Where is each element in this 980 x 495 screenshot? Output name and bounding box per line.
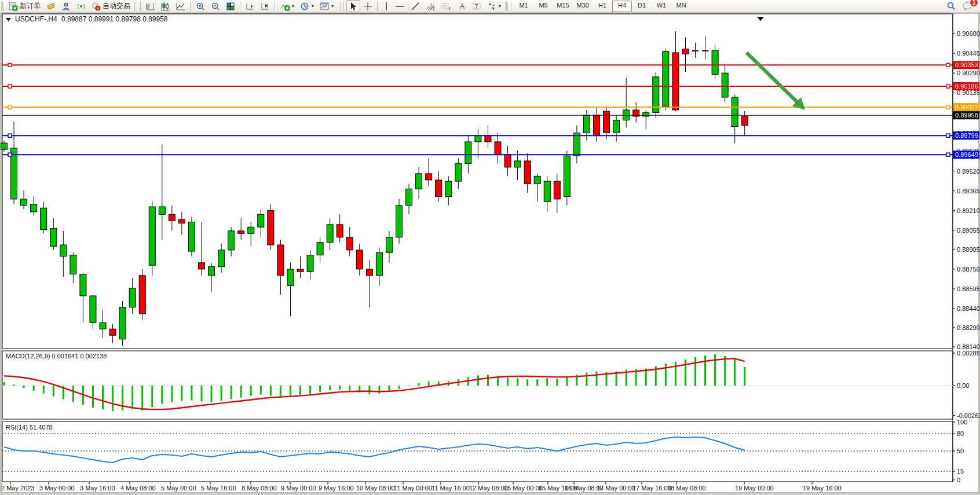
fibonacci-button[interactable]: F	[439, 0, 455, 12]
search-button[interactable]	[944, 0, 959, 12]
cursor-button[interactable]	[346, 0, 360, 12]
timeframe-mn[interactable]: MN	[671, 1, 691, 12]
time-tick-label: 19 May 00:00	[735, 485, 774, 492]
templates-caret-icon: ▾	[331, 3, 334, 9]
label-icon: T	[472, 2, 481, 11]
candle-body	[406, 189, 412, 206]
time-tick-label: 17 May 16:00	[632, 485, 671, 492]
deposit-button[interactable]	[43, 0, 58, 12]
line-anchor-handle	[8, 105, 12, 109]
candle-body	[594, 115, 600, 135]
candle-body	[554, 181, 560, 199]
svg-text:0.89799: 0.89799	[955, 132, 978, 139]
channel-button[interactable]: E	[423, 0, 439, 12]
candle-body	[583, 115, 590, 133]
candle-body	[534, 176, 540, 184]
auto-scroll-button[interactable]	[243, 0, 258, 12]
chart-window[interactable]: USDCHF-,H40.89887 0.89991 0.89798 0.8995…	[0, 12, 980, 495]
zoom-in-button[interactable]	[193, 0, 208, 12]
zoom-out-button[interactable]	[208, 0, 223, 12]
candle-body	[643, 112, 649, 116]
signals-button[interactable]	[74, 0, 89, 12]
autotrade-icon	[92, 2, 101, 11]
text-button[interactable]: A	[455, 0, 469, 12]
macd-tick-label: 0.00	[957, 382, 969, 389]
time-tick-label: 17 May 00:00	[597, 485, 635, 492]
line-chart-button[interactable]	[173, 0, 188, 12]
svg-text:T: T	[475, 3, 478, 10]
timeframe-m30[interactable]: M30	[573, 1, 593, 12]
candlestick-button[interactable]	[158, 0, 173, 12]
line-anchor-handle	[8, 63, 12, 67]
candle-body	[672, 53, 679, 110]
price-tick-label: 0.90600	[957, 30, 980, 37]
candle-body	[307, 255, 313, 272]
line-anchor-handle	[946, 85, 950, 88]
svg-text:A: A	[460, 2, 465, 10]
candle-body	[109, 329, 116, 335]
rsi-pane[interactable]	[2, 421, 953, 482]
timeframe-m1[interactable]: M1	[514, 1, 533, 12]
candle-body	[376, 252, 382, 276]
tile-windows-button[interactable]	[223, 0, 238, 12]
price-tick-label: 0.88290	[957, 324, 980, 331]
price-tick-label: 0.89520	[957, 168, 980, 175]
chart-shift-button[interactable]	[258, 0, 273, 12]
arrows-button[interactable]: ▾	[484, 0, 504, 12]
svg-text:0.90353: 0.90353	[955, 61, 978, 68]
periods-icon	[300, 2, 309, 11]
hline-button[interactable]	[393, 0, 408, 12]
price-tick-label: 0.89055	[957, 227, 980, 234]
candle-body	[1, 143, 8, 149]
timeframe-d1[interactable]: D1	[632, 1, 652, 12]
candle-body	[682, 49, 689, 54]
label-button[interactable]: T	[469, 0, 484, 12]
indicators-button[interactable]: ▾	[277, 0, 297, 12]
timeframe-m15[interactable]: M15	[553, 1, 573, 12]
level-price-tag: 0.90022	[953, 103, 979, 111]
vline-button[interactable]	[380, 0, 393, 12]
candle-body	[663, 52, 669, 107]
candle-body	[41, 208, 47, 229]
candle-body	[169, 214, 175, 221]
toolbar-separator	[140, 2, 141, 11]
candle-body	[346, 237, 353, 250]
crosshair-button[interactable]	[360, 0, 375, 12]
candle-body	[722, 73, 728, 97]
bar-chart-button[interactable]	[143, 0, 158, 12]
periods-button[interactable]: ▾	[297, 0, 317, 12]
new-order-button[interactable]: 新订单	[5, 0, 43, 12]
community-button[interactable]	[58, 0, 74, 12]
toolbar-grip[interactable]	[1, 2, 4, 11]
timeframe-m5[interactable]: M5	[533, 1, 553, 12]
price-tick-label: 0.88750	[957, 266, 980, 273]
candle-body	[199, 263, 205, 269]
candle-body	[80, 274, 86, 296]
timeframe-w1[interactable]: W1	[652, 1, 671, 12]
level-price-tag: 0.89649	[953, 151, 979, 159]
candle-body	[21, 199, 27, 206]
arrows-icon	[487, 2, 496, 11]
fibonacci-icon: F	[442, 2, 452, 11]
candle-body	[426, 174, 432, 180]
trendline-button[interactable]	[408, 0, 423, 12]
candle-body	[218, 250, 225, 267]
candle-body	[573, 133, 580, 156]
templates-button[interactable]: ▾	[317, 0, 337, 12]
level-price-tag: 0.90353	[953, 61, 979, 69]
timeframe-h4[interactable]: H4	[612, 1, 632, 12]
timeframe-h1[interactable]: H1	[593, 1, 612, 12]
candle-body	[465, 142, 471, 163]
candle-body	[366, 269, 372, 276]
price-tick-label: 0.90290	[957, 69, 980, 76]
indicators-caret-icon: ▾	[292, 3, 294, 9]
time-tick-label: 3 May 00:00	[39, 485, 75, 492]
candle-body	[317, 243, 323, 255]
autotrade-button[interactable]: 自动交易	[89, 0, 133, 12]
candle-body	[60, 245, 67, 256]
arrows-caret-icon: ▾	[499, 3, 501, 9]
chart-shift-icon	[261, 2, 270, 11]
title-symbol-period: USDCHF-,H4	[15, 15, 57, 23]
rsi-tick-label: 50	[957, 448, 964, 454]
chat-button[interactable]: 1	[959, 0, 975, 12]
